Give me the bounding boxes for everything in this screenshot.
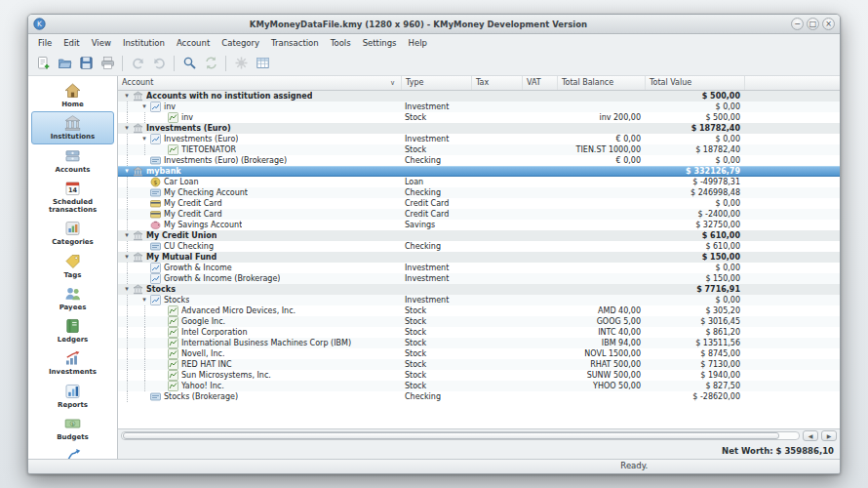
type-cell: Investment [401, 134, 471, 144]
table-row[interactable]: International Business Machines Corp (IB… [118, 338, 840, 348]
find-transaction-button[interactable] [179, 54, 199, 73]
column-header-vat[interactable]: VAT [522, 76, 557, 90]
expander-icon[interactable]: ▾ [122, 252, 132, 263]
type-cell: Credit Card [401, 209, 471, 220]
menu-transaction[interactable]: Transaction [265, 36, 325, 50]
sidebar-item-budgets[interactable]: $Budgets [31, 412, 114, 444]
table-row[interactable]: Sun Microsystems, Inc.StockSUNW 500,00$ … [118, 370, 840, 381]
total-balance-cell: IBM 94,00 [557, 338, 645, 348]
sidebar-item-categories[interactable]: Categories [31, 217, 114, 249]
table-row[interactable]: ▾invInvestment$ 0,00 [118, 102, 840, 112]
type-cell: Savings [401, 220, 471, 230]
table-row[interactable]: ▾My Credit Union$ 610,00 [118, 230, 840, 241]
budgets-icon: $ [63, 415, 82, 432]
total-balance-cell: GOOG 5,00 [557, 316, 645, 327]
titlebar[interactable]: K KMyMoneyDataFile.kmy (1280 x 960) - KM… [28, 15, 840, 34]
expander-icon[interactable]: ▾ [122, 284, 132, 295]
table-row[interactable]: Novell, Inc.StockNOVL 1500,00$ 8745,00 [118, 348, 840, 359]
table-row[interactable]: ▾My Mutual Fund$ 150,00 [118, 252, 840, 263]
menu-file[interactable]: File [32, 36, 58, 50]
table-row[interactable]: ▾Investments (Euro)$ 18782,40 [118, 123, 840, 134]
ledger-grid-button[interactable] [253, 54, 272, 73]
open-file-icon [58, 56, 72, 70]
table-row[interactable]: Intel CorporationStockINTC 40,00$ 861,20 [118, 327, 840, 338]
horizontal-scrollbar[interactable]: ◀ ▶ [118, 428, 840, 442]
expander-icon[interactable]: ▾ [122, 230, 132, 241]
print-button[interactable] [98, 54, 117, 73]
menu-tools[interactable]: Tools [325, 36, 357, 50]
menu-account[interactable]: Account [171, 36, 216, 50]
menu-help[interactable]: Help [403, 36, 433, 50]
menu-edit[interactable]: Edit [58, 36, 85, 50]
sidebar-item-reports[interactable]: Reports [31, 380, 114, 412]
table-row[interactable]: My Checking AccountChecking$ 246998,48 [118, 187, 840, 198]
total-value-cell: $ 18782,40 [645, 144, 744, 155]
sidebar-item-label: Categories [52, 238, 94, 246]
reports-icon [63, 383, 82, 400]
column-header-account[interactable]: Account∨ [118, 76, 401, 90]
table-row[interactable]: Stocks (Brokerage)Checking$ -28620,00 [118, 391, 840, 402]
minimize-button[interactable]: − [791, 18, 804, 30]
column-header-val[interactable]: Total Value [645, 76, 744, 90]
expander-icon[interactable]: ▾ [139, 134, 149, 144]
table-row[interactable]: $Car LoanLoan$ -49978,31 [118, 177, 840, 187]
close-button[interactable]: × [822, 18, 835, 30]
save-button[interactable] [76, 54, 96, 73]
expander-icon[interactable]: ▾ [122, 166, 132, 177]
menu-settings[interactable]: Settings [357, 36, 403, 50]
table-row[interactable]: RED HAT INCStockRHAT 500,00$ 7130,00 [118, 359, 840, 370]
table-row[interactable]: My Credit CardCredit Card$ -2400,00 [118, 209, 840, 220]
expander-icon[interactable]: ▾ [122, 91, 132, 102]
sidebar-item-institutions[interactable]: Institutions [31, 111, 114, 143]
table-row[interactable]: Yahoo! Inc.StockYHOO 50,00$ 827,50 [118, 381, 840, 391]
table-row[interactable]: TIETOENATORStockTIEN.ST 1000,00$ 18782,4… [118, 144, 840, 155]
scroll-left-button[interactable]: ◀ [803, 430, 818, 441]
total-value-cell: $ 8745,00 [645, 348, 744, 359]
expander-icon[interactable]: ▾ [139, 102, 149, 112]
column-header-tax[interactable]: Tax [471, 76, 522, 90]
expander-icon[interactable]: ▾ [122, 123, 132, 134]
sidebar-item-scheduled-transactions[interactable]: 14Scheduled transactions [31, 177, 114, 218]
column-header-bal[interactable]: Total Balance [557, 76, 645, 90]
sidebar-item-forecast[interactable]: Forecast [31, 444, 114, 459]
sidebar-item-investments[interactable]: Investments [31, 346, 114, 379]
table-row[interactable]: ▾StocksInvestment$ 0,00 [118, 295, 840, 305]
table-row[interactable]: ▾Accounts with no institution assigned$ … [118, 91, 840, 102]
tree-line [144, 144, 157, 155]
table-row[interactable]: My Savings AccountSavings$ 32750,00 [118, 220, 840, 230]
sidebar-item-tags[interactable]: Tags [31, 250, 114, 282]
sidebar-item-home[interactable]: Home [31, 79, 114, 111]
account-name: My Checking Account [164, 187, 248, 198]
column-header-type[interactable]: Type [401, 76, 471, 90]
maximize-button[interactable]: □ [807, 18, 819, 30]
menu-institution[interactable]: Institution [117, 36, 171, 50]
table-row[interactable]: ▾Investments (Euro)Investment€ 0,00$ 0,0… [118, 134, 840, 144]
table-row[interactable]: CU CheckingChecking$ 610,00 [118, 241, 840, 252]
account-cell: Advanced Micro Devices, Inc. [118, 305, 401, 316]
table-row[interactable]: Google Inc.StockGOOG 5,00$ 3016,45 [118, 316, 840, 327]
sidebar-item-accounts[interactable]: Accounts [31, 144, 114, 177]
scroll-right-button[interactable]: ▶ [821, 430, 837, 441]
ledgers-icon [63, 317, 82, 335]
scrollbar-track[interactable] [121, 431, 800, 440]
table-row[interactable]: My Credit CardCredit Card$ 0,00 [118, 198, 840, 209]
table-row[interactable]: ▾Stocks$ 7716,91 [118, 284, 840, 295]
sidebar: HomeInstitutionsAccounts14Scheduled tran… [28, 76, 118, 459]
open-file-button[interactable] [55, 54, 74, 73]
table-row[interactable]: Growth & IncomeInvestment$ 0,00 [118, 263, 840, 273]
table-row[interactable]: invStockinv 200,00$ 500,00 [118, 112, 840, 123]
sidebar-item-payees[interactable]: Payees [31, 282, 114, 314]
window-title: KMyMoneyDataFile.kmy (1280 x 960) - KMyM… [50, 20, 787, 29]
tree-line [127, 381, 139, 391]
menu-category[interactable]: Category [216, 36, 265, 50]
tree-line [127, 263, 139, 273]
expander-icon[interactable]: ▾ [139, 295, 149, 305]
table-row[interactable]: Advanced Micro Devices, Inc.StockAMD 40,… [118, 305, 840, 316]
table-row[interactable]: Growth & Income (Brokerage)Investment$ 1… [118, 273, 840, 284]
new-book-button[interactable] [33, 54, 53, 73]
sidebar-item-ledgers[interactable]: Ledgers [31, 314, 114, 346]
scrollbar-thumb[interactable] [123, 432, 779, 439]
menu-view[interactable]: View [86, 36, 117, 50]
table-row[interactable]: Investments (Euro) (Brokerage)Checking€ … [118, 155, 840, 166]
table-row[interactable]: ▾mybank$ 332126,79 [118, 166, 840, 177]
